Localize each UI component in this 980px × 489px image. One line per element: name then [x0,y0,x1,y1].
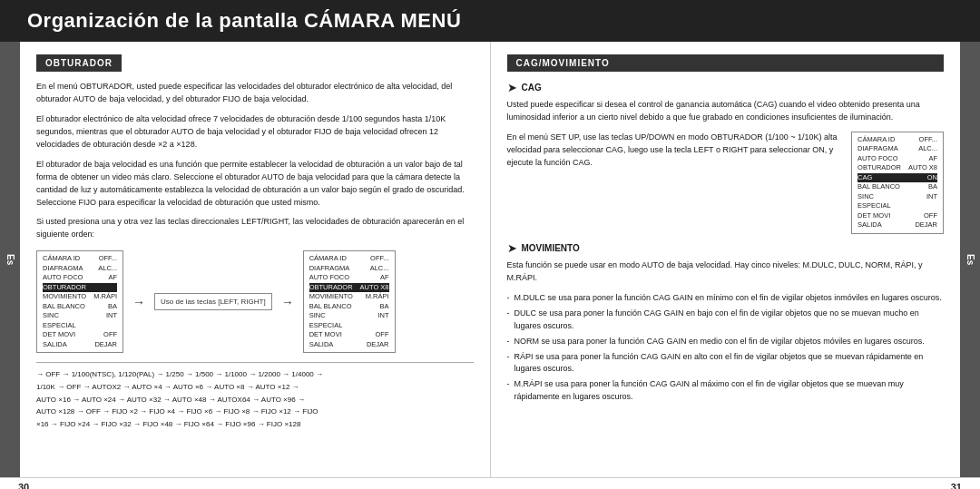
bullet-dash: - [507,351,510,377]
title-bar: Organización de la pantalla CÁMARA MENÚ [0,0,980,42]
menu-row-value: ON [927,173,937,183]
menu-row-label: MOVIMIENTO [309,292,353,302]
menu-row: MOVIMIENTOM.RÁPI [309,292,389,302]
menu-row: CÁMARA IDOFF... [309,254,389,264]
menu-row: ESPECIAL [858,201,937,211]
menu-row: ESPECIAL [309,321,389,331]
bullet-list: -M.DULC se usa para poner la función CAG… [507,292,945,405]
cag-para-2: En el menú SET UP, use las teclas UP/DOW… [507,132,843,170]
sequence-line: → OFF → 1/100(NTSC), 1/120(PAL) → 1/250 … [36,368,474,381]
menu-row: AUTO FOCOAF [43,273,117,283]
cag-subheading-row: ➤ CAG [507,81,945,94]
menu-row-value: OFF [924,211,937,221]
menu-row-value: DEJAR [915,220,937,230]
menu-row-label: SINC [858,192,874,202]
menu-row-label: DET MOVI [858,211,890,221]
menu-row: SINCINT [43,311,117,321]
obturador-para-3: El obturador de baja velocidad es una fu… [36,159,474,210]
menu-row: DIAFRAGMAALC... [309,264,389,274]
menu-row-label: BAL BLANCO [858,182,900,192]
diagram-arrow: → [132,295,145,309]
menu-row: ESPECIAL [43,321,117,331]
menu-row-value: BA [928,182,937,192]
bullet-text: NORM se usa para poner la función CAG GA… [514,336,925,348]
menu-row-value: AF [380,273,389,283]
menu-row-label: ESPECIAL [309,321,343,331]
menu-row-label: AUTO FOCO [309,273,349,283]
menu-row-label: DET MOVI [43,330,75,340]
bullet-text: DULC se usa para poner la función CAG GA… [514,308,945,333]
menu-row: SALIDADEJAR [43,340,117,350]
menu-row-label: AUTO FOCO [43,273,83,283]
bullet-dash: - [507,292,510,305]
menu-row-value: DEJAR [367,340,389,350]
sequence-text: → OFF → 1/100(NTSC), 1/120(PAL) → 1/250 … [36,362,474,430]
menu-row-label: MOVIMIENTO [43,292,86,302]
menu-row-value: AUTO X8 [908,163,937,173]
menu-row-value: OFF [376,330,389,340]
menu-row-label: SINC [309,311,326,321]
sequence-line: AUTO ×128 → OFF → FIJO ×2 → FIJO ×4 → FI… [36,406,474,418]
menu-row: CAGON [858,173,937,183]
menu-row-label: DET MOVI [309,330,342,340]
menu-row-label: SALIDA [43,340,67,350]
movimiento-arrow-icon: ➤ [507,241,517,255]
menu-row: SINCINT [858,192,937,202]
obturador-para-1: En el menú OBTURADOR, usted puede especi… [36,81,474,106]
bullet-dash: - [507,336,510,348]
cag-movimiento-header: CAG/MOVIMIENTO [507,54,945,72]
bullet-item: -M.DULC se usa para poner la función CAG… [507,292,945,305]
menu-row-label: SALIDA [858,220,882,230]
menu-row-value: INT [377,311,388,321]
menu-row-value: OFF... [919,135,937,145]
menu-row-label: CÁMARA ID [309,254,347,264]
menu-row-value: INT [106,311,117,321]
bullet-item: -M.RÁPI se usa para poner la función CAG… [507,378,945,404]
menu-row-label: BAL BLANCO [309,302,352,312]
menu-row-label: ESPECIAL [858,201,891,211]
menu-row-value: ALC... [918,144,937,154]
cag-arrow-icon: ➤ [507,81,517,94]
menu-row: DIAFRAGMAALC... [43,264,117,274]
menu-row-label: SALIDA [309,340,334,350]
menu-row: BAL BLANCOBA [43,302,117,312]
menu-row-value: AUTO X8 [360,283,389,293]
menu-row-label: CÁMARA ID [858,135,895,145]
menu-row-value: ALC... [98,264,117,274]
page-number-left: 30 [18,482,29,489]
menu-before: CÁMARA IDOFF...DIAFRAGMAALC...AUTO FOCOA… [36,250,123,353]
menu-row: DET MOVIOFF [858,211,937,221]
obturador-para-4: Si usted presiona una y otra vez las tec… [36,216,474,241]
menu-row-label: CÁMARA ID [43,254,80,264]
menu-row: BAL BLANCOBA [309,302,389,312]
menu-row-value: OFF... [370,254,388,264]
menu-row: SALIDADEJAR [309,340,389,350]
page-numbers: 30 31 [0,477,980,489]
bullet-item: -DULC se usa para poner la función CAG G… [507,308,945,333]
menu-row: CÁMARA IDOFF... [858,135,937,145]
menu-row-value: AF [108,273,117,283]
sequence-line: AUTO ×16 → AUTO ×24 → AUTO ×32 → AUTO ×4… [36,394,474,406]
movimiento-subheading-text: MOVIMIENTO [522,243,580,253]
menu-row-label: BAL BLANCO [43,302,85,312]
menu-row: OBTURADOR [43,283,117,293]
page-wrapper: Organización de la pantalla CÁMARA MENÚ … [0,0,980,489]
cag-subheading-text: CAG [522,83,542,93]
menu-row: SINCINT [309,311,389,321]
menu-row-label: CAG [858,173,872,183]
page-number-right: 31 [951,482,962,489]
obturador-header: OBTURADOR [36,54,122,72]
diagram-area: CÁMARA IDOFF...DIAFRAGMAALC...AUTO FOCOA… [36,250,474,353]
menu-row-label: DIAFRAGMA [309,264,350,274]
menu-row: OBTURADORAUTO X8 [858,163,937,173]
content-area: Es OBTURADOR En el menú OBTURADOR, usted… [0,42,980,477]
menu-row-label: OBTURADOR [43,283,86,293]
left-column: OBTURADOR En el menú OBTURADOR, usted pu… [20,42,491,477]
menu-row-value: AF [928,154,937,164]
menu-row-value: M.RÁPI [366,292,389,302]
menu-row: AUTO FOCOAF [858,154,937,164]
menu-row: BAL BLANCOBA [858,182,937,192]
diagram-arrow-2: → [281,295,294,309]
obturador-para-2: El obturador electrónico de alta velocid… [36,113,474,152]
page-title: Organización de la pantalla CÁMARA MENÚ [27,9,461,33]
